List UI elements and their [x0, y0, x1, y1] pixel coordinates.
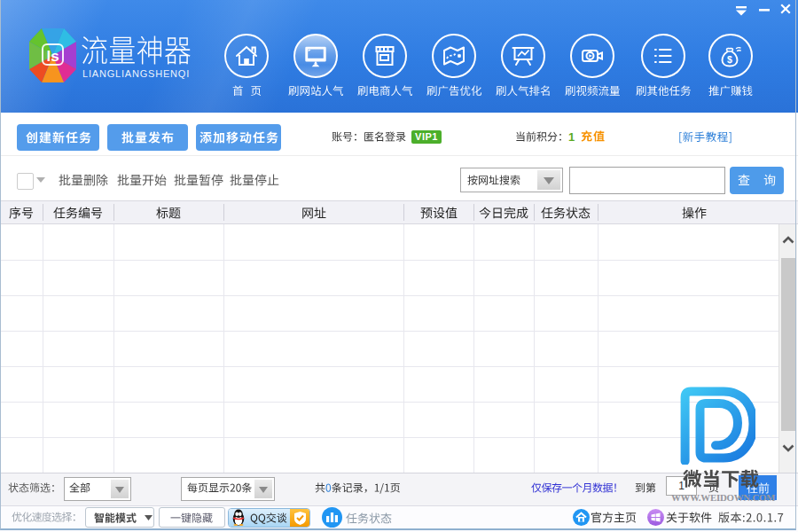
svg-text:$: $	[727, 54, 732, 65]
svg-text:ls: ls	[46, 48, 59, 65]
